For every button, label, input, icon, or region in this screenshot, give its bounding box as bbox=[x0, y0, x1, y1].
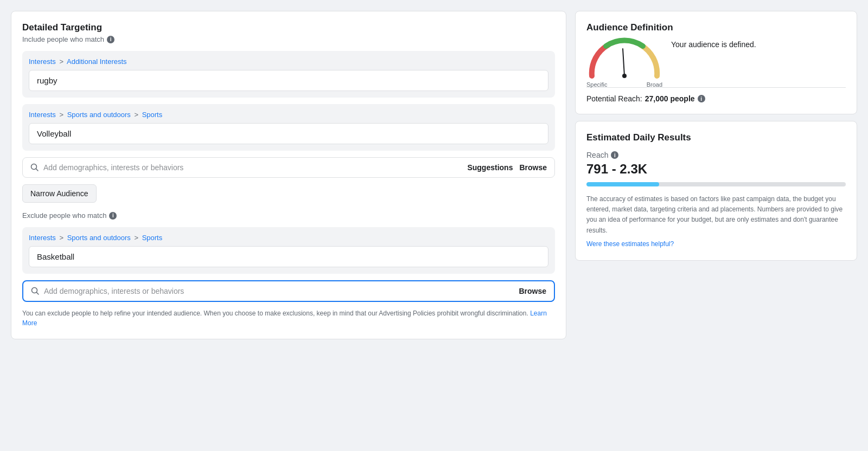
reach-info-icon[interactable]: i bbox=[611, 151, 618, 159]
tag-rugby: rugby bbox=[29, 70, 548, 91]
exclude-search-icon bbox=[31, 287, 40, 295]
audience-defined-text: Your audience is defined. bbox=[671, 35, 756, 50]
breadcrumb-basketball: Interests > Sports and outdoors > Sports bbox=[29, 234, 548, 242]
breadcrumb-interests-link2[interactable]: Interests bbox=[29, 111, 56, 119]
targeting-group-basketball: Interests > Sports and outdoors > Sports… bbox=[22, 227, 555, 274]
tag-basketball: Basketball bbox=[29, 246, 548, 267]
potential-reach-info-icon[interactable]: i bbox=[698, 95, 705, 102]
estimated-results-card: Estimated Daily Results Reach i 791 - 2.… bbox=[575, 121, 857, 261]
exclude-search-bar[interactable]: Add demographics, interests or behaviors… bbox=[22, 280, 555, 302]
include-search-actions: Suggestions Browse bbox=[467, 163, 547, 172]
results-title: Estimated Daily Results bbox=[586, 132, 846, 143]
targeting-group-rugby: Interests > Additional Interests rugby bbox=[22, 51, 555, 98]
gauge-svg bbox=[586, 35, 662, 79]
browse-action[interactable]: Browse bbox=[519, 163, 547, 172]
progress-bar-fill bbox=[586, 182, 659, 186]
breadcrumb-sports-link[interactable]: Sports bbox=[142, 111, 163, 119]
breadcrumb-rugby: Interests > Additional Interests bbox=[29, 57, 548, 66]
reach-label: Reach i bbox=[586, 151, 846, 159]
right-panel: Audience Definition bbox=[575, 11, 857, 339]
breadcrumb-interests-link3[interactable]: Interests bbox=[29, 234, 56, 242]
audience-definition-title: Audience Definition bbox=[586, 22, 846, 33]
reach-range: 791 - 2.3K bbox=[586, 162, 846, 177]
breadcrumb-interests-link[interactable]: Interests bbox=[29, 57, 56, 66]
detailed-targeting-panel: Detailed Targeting Include people who ma… bbox=[11, 11, 566, 339]
potential-reach: Potential Reach: 27,000 people i bbox=[586, 87, 846, 103]
breadcrumb-additional-interests-link[interactable]: Additional Interests bbox=[67, 57, 127, 66]
narrow-audience-button[interactable]: Narrow Audience bbox=[22, 184, 97, 203]
search-icon bbox=[30, 163, 39, 172]
include-subtitle: Include people who match i bbox=[22, 35, 555, 43]
breadcrumb-sports-outdoors-link[interactable]: Sports and outdoors bbox=[67, 111, 131, 119]
exclude-search-actions: Browse bbox=[519, 287, 546, 295]
potential-reach-label: Potential Reach: bbox=[586, 94, 642, 103]
panel-title: Detailed Targeting bbox=[22, 22, 555, 33]
gauge-specific-label: Specific bbox=[586, 81, 608, 88]
gauge-container: Specific Broad Your audience is defined. bbox=[586, 35, 846, 79]
audience-definition-card: Audience Definition bbox=[575, 11, 857, 114]
gauge-labels: Specific Broad bbox=[586, 81, 662, 88]
targeting-group-volleyball: Interests > Sports and outdoors > Sports… bbox=[22, 104, 555, 151]
include-search-bar[interactable]: Add demographics, interests or behaviors… bbox=[22, 157, 555, 178]
svg-line-2 bbox=[623, 49, 624, 76]
breadcrumb-volleyball: Interests > Sports and outdoors > Sports bbox=[29, 111, 548, 119]
disclaimer-text: You can exclude people to help refine yo… bbox=[22, 308, 555, 328]
exclude-info-icon[interactable]: i bbox=[109, 212, 117, 220]
suggestions-action[interactable]: Suggestions bbox=[467, 163, 513, 172]
gauge-widget: Specific Broad bbox=[586, 35, 662, 79]
svg-point-3 bbox=[622, 74, 627, 78]
breadcrumb-sports-link2[interactable]: Sports bbox=[142, 234, 163, 242]
gauge-broad-label: Broad bbox=[647, 81, 662, 88]
tag-volleyball: Volleyball bbox=[29, 123, 548, 144]
include-info-icon[interactable]: i bbox=[107, 36, 114, 43]
exclude-browse-action[interactable]: Browse bbox=[519, 287, 546, 295]
gauge-arc: Specific Broad bbox=[586, 35, 662, 79]
progress-bar-track bbox=[586, 182, 846, 186]
estimates-text: The accuracy of estimates is based on fa… bbox=[586, 194, 846, 249]
potential-reach-value: 27,000 people bbox=[645, 94, 695, 103]
exclude-subtitle: Exclude people who match i bbox=[22, 211, 555, 220]
breadcrumb-sports-outdoors-link2[interactable]: Sports and outdoors bbox=[67, 234, 131, 242]
exclude-search-placeholder: Add demographics, interests or behaviors bbox=[44, 287, 514, 295]
include-search-placeholder: Add demographics, interests or behaviors bbox=[43, 163, 463, 172]
helpful-link[interactable]: Were these estimates helpful? bbox=[586, 239, 846, 249]
